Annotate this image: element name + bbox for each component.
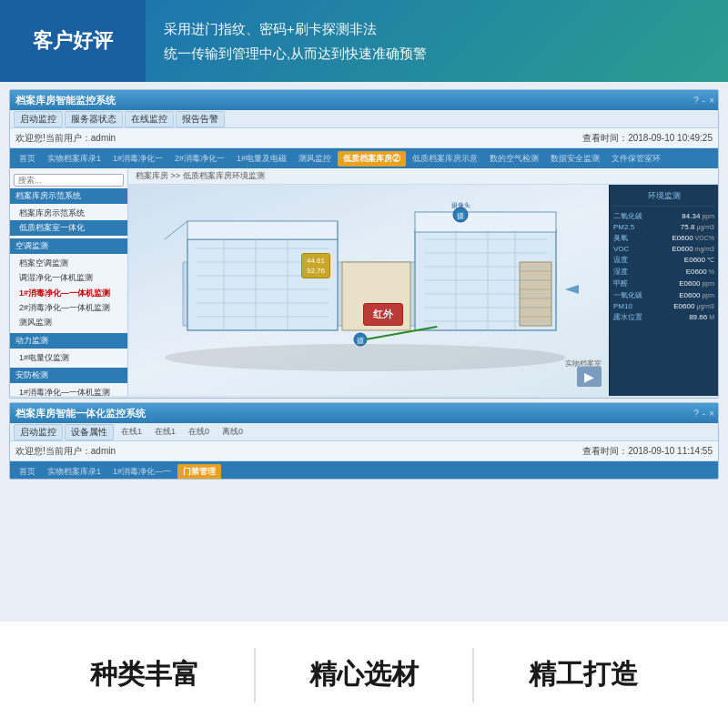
topnav-archive1[interactable]: 实物档案库录1 bbox=[42, 151, 106, 167]
menu-online[interactable]: 在线监控 bbox=[125, 111, 174, 127]
sidebar-search[interactable] bbox=[14, 174, 124, 187]
env-row-humidity: 湿度 E0600 % bbox=[613, 266, 714, 278]
sidebar-section-power[interactable]: 动力监测 bbox=[10, 333, 127, 349]
topnav-home[interactable]: 首页 bbox=[14, 151, 41, 167]
env-row-pm10: PM10 E0600 μg/m3 bbox=[613, 301, 714, 311]
env-unit-formaldehyde: ppm bbox=[702, 280, 714, 287]
sidebar-item-lowquality[interactable]: 低质档案室一体化 bbox=[10, 220, 127, 235]
help-icon[interactable]: ? bbox=[693, 96, 699, 106]
sidebar-item-ac-dehumid[interactable]: 调湿净化一体机监测 bbox=[10, 270, 127, 285]
sensor-ir[interactable]: 红外 bbox=[363, 303, 403, 326]
env-label-co: 一氧化碳 bbox=[613, 290, 679, 300]
bottom-text-1: 种类丰富 bbox=[36, 656, 254, 693]
env-value-co2: 84.34 bbox=[682, 212, 700, 220]
sidebar-item-wind[interactable]: 测风监测 bbox=[10, 315, 127, 329]
sensor-humidity-value: 92.76 bbox=[307, 266, 325, 276]
menubar-2: 启动监控 设备属性 在线1 在线1 在线0 离线0 bbox=[10, 423, 718, 441]
svg-text:摄: 摄 bbox=[457, 212, 464, 220]
env-label-dew: 露水位置 bbox=[613, 312, 689, 322]
svg-text:摄像头: 摄像头 bbox=[451, 202, 470, 208]
window-title-2: 档案库房智能一体化监控系统 bbox=[15, 407, 146, 420]
online-status-2: 在线1 bbox=[149, 426, 181, 438]
system-window-1: 档案库房智能监控系统 ? - × 启动监控 服务器状态 在线监控 报告告警 欢迎… bbox=[9, 89, 719, 399]
topnav-security[interactable]: 数据安全监测 bbox=[545, 151, 605, 167]
minimize-icon-2[interactable]: - bbox=[703, 409, 705, 419]
env-unit-voc: mg/m3 bbox=[695, 246, 714, 252]
sidebar-item-power-meter[interactable]: 1#电量仪监测 bbox=[10, 350, 127, 365]
topnav-lowquality[interactable]: 低质档案库房② bbox=[338, 151, 406, 167]
env-row-pm25: PM2.5 75.8 μg/m3 bbox=[613, 222, 714, 232]
toolbar2-nav-label: 欢迎您!当前用户：admin bbox=[15, 445, 116, 458]
env-row-formaldehyde: 甲醛 E0600 ppm bbox=[613, 278, 714, 289]
menu2-device[interactable]: 设备属性 bbox=[65, 424, 114, 440]
topnav-file[interactable]: 文件保管室环 bbox=[606, 151, 666, 167]
env-unit-ozone: VOC% bbox=[695, 235, 714, 241]
topnav2-disinfect1[interactable]: 1#消毒净化—一 bbox=[107, 464, 177, 480]
env-label-voc: VOC bbox=[613, 245, 672, 253]
nav-arrow-right[interactable]: ▶ bbox=[577, 367, 602, 387]
env-row-co: 一氧化碳 E0600 ppm bbox=[613, 289, 714, 301]
bottom-text-2: 精心选材 bbox=[256, 656, 473, 693]
env-label-co2: 二氧化碳 bbox=[613, 211, 682, 221]
bottom-text-3: 精工打造 bbox=[474, 656, 692, 693]
env-row-co2: 二氧化碳 84.34 ppm bbox=[613, 210, 714, 222]
sidebar-section-security[interactable]: 安防检测 bbox=[10, 368, 127, 383]
menu-server[interactable]: 服务器状态 bbox=[65, 111, 123, 127]
menu2-automonitor[interactable]: 启动监控 bbox=[14, 424, 63, 440]
topnav-wind[interactable]: 测风监控 bbox=[293, 151, 337, 167]
topnav-power[interactable]: 1#电量及电磁 bbox=[231, 151, 292, 167]
svg-point-0 bbox=[165, 344, 565, 371]
banner-line-2: 统一传输到管理中心,从而达到快速准确预警 bbox=[164, 41, 710, 66]
toolbar-2: 欢迎您!当前用户：admin 查看时间：2018-09-10 11:14:55 bbox=[10, 441, 718, 461]
topnav-disinfect1[interactable]: 1#消毒净化一 bbox=[107, 151, 168, 167]
sidebar-item-archive-demo[interactable]: 档案库房示范系统 bbox=[10, 206, 127, 220]
breadcrumb: 档案库房 >> 低质档案库房环境监测 bbox=[128, 168, 718, 185]
env-panel-title: 环境监测 bbox=[613, 188, 714, 207]
main-content-1: 档案库房 >> 低质档案库房环境监测 bbox=[128, 168, 718, 396]
close-icon[interactable]: × bbox=[709, 96, 714, 106]
topnav2-home[interactable]: 首页 bbox=[14, 464, 41, 480]
topnav-1: 首页 实物档案库录1 1#消毒净化一 2#消毒净化一 1#电量及电磁 测风监控 … bbox=[10, 148, 718, 168]
topnav2-door[interactable]: 门禁管理 bbox=[177, 464, 221, 480]
top-banner: 客户好评 采用进门指纹、密码+刷卡探测非法 统一传输到管理中心,从而达到快速准确… bbox=[0, 0, 728, 82]
env-value-pm10: E0600 bbox=[673, 302, 694, 310]
env-unit-pm25: μg/m3 bbox=[696, 224, 714, 230]
middle-section: 档案库房智能监控系统 ? - × 启动监控 服务器状态 在线监控 报告告警 欢迎… bbox=[0, 82, 728, 619]
sidebar-item-ac-archive[interactable]: 档案空调监测 bbox=[10, 256, 127, 270]
sidebar-item-ac-dis1[interactable]: 1#消毒净化—一体机监测 bbox=[10, 286, 127, 300]
toolbar-datetime: 查看时间：2018-09-10 10:49:25 bbox=[582, 132, 713, 145]
env-value-co: E0600 bbox=[679, 291, 700, 299]
env-label-temp: 温度 bbox=[613, 255, 684, 265]
topnav2-archive1[interactable]: 实物档案库录1 bbox=[42, 464, 106, 480]
env-value-formaldehyde: E0600 bbox=[679, 279, 700, 288]
svg-rect-7 bbox=[415, 212, 556, 232]
window-controls-2[interactable]: ? - × bbox=[693, 409, 714, 419]
close-icon-2[interactable]: × bbox=[709, 409, 714, 419]
env-value-dew: 89.66 bbox=[689, 313, 707, 321]
sidebar-item-sec-dis1[interactable]: 1#消毒净化—一体机监测 bbox=[10, 385, 127, 396]
env-row-temp: 温度 E0600 ℃ bbox=[613, 254, 714, 266]
titlebar-1: 档案库房智能监控系统 ? - × bbox=[10, 90, 718, 110]
top-banner-badge: 客户好评 bbox=[0, 0, 146, 82]
sidebar-section-archive[interactable]: 档案库房示范系统 bbox=[10, 188, 127, 204]
nav-label: 实物档案室 bbox=[565, 359, 602, 369]
sidebar-item-ac-dis2[interactable]: 2#消毒净化—一体机监测 bbox=[10, 300, 127, 315]
menu-automonitor[interactable]: 启动监控 bbox=[14, 111, 63, 127]
banner-badge-text: 客户好评 bbox=[33, 28, 113, 55]
online-status-3: 在线0 bbox=[183, 426, 215, 438]
minimize-icon[interactable]: - bbox=[703, 96, 705, 106]
topnav-lowquality-demo[interactable]: 低质档案库房示意 bbox=[407, 151, 483, 167]
env-value-ozone: E0600 bbox=[672, 234, 693, 242]
env-value-humidity: E0600 bbox=[686, 268, 707, 276]
sensor-temp-humidity[interactable]: 44.61 92.76 bbox=[301, 253, 330, 278]
env-unit-dew: M bbox=[709, 314, 714, 320]
window-controls-1[interactable]: ? - × bbox=[693, 96, 714, 106]
sidebar-section-ac[interactable]: 空调监测 bbox=[10, 238, 127, 254]
topnav-aircheck[interactable]: 数的空气检测 bbox=[484, 151, 544, 167]
menu-alarm[interactable]: 报告告警 bbox=[176, 111, 225, 127]
help-icon-2[interactable]: ? bbox=[693, 409, 699, 419]
env-row-voc: VOC E0600 mg/m3 bbox=[613, 244, 714, 254]
offline-status: 离线0 bbox=[217, 426, 248, 438]
topnav-disinfect2[interactable]: 2#消毒净化一 bbox=[169, 151, 230, 167]
env-label-ozone: 臭氧 bbox=[613, 233, 672, 243]
